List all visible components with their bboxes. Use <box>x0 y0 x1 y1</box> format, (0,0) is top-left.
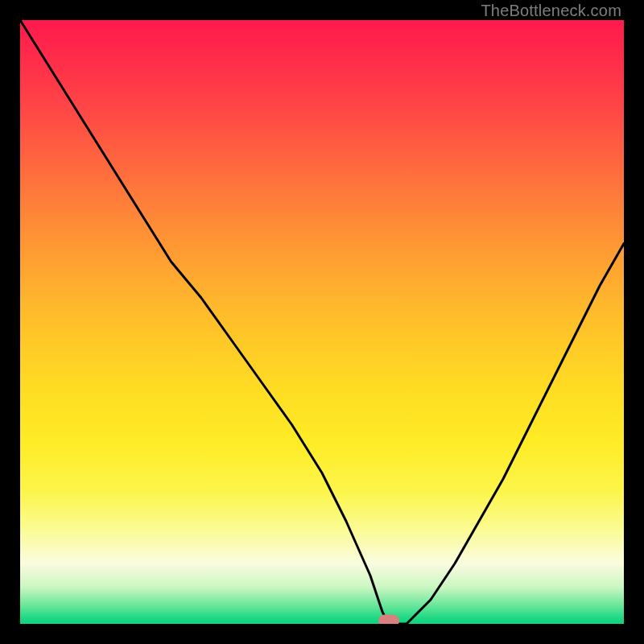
chart-frame: TheBottleneck.com <box>0 0 644 644</box>
watermark-text: TheBottleneck.com <box>481 2 621 20</box>
optimal-point-marker <box>378 615 399 625</box>
background-gradient <box>20 20 624 624</box>
plot-area <box>20 20 624 624</box>
